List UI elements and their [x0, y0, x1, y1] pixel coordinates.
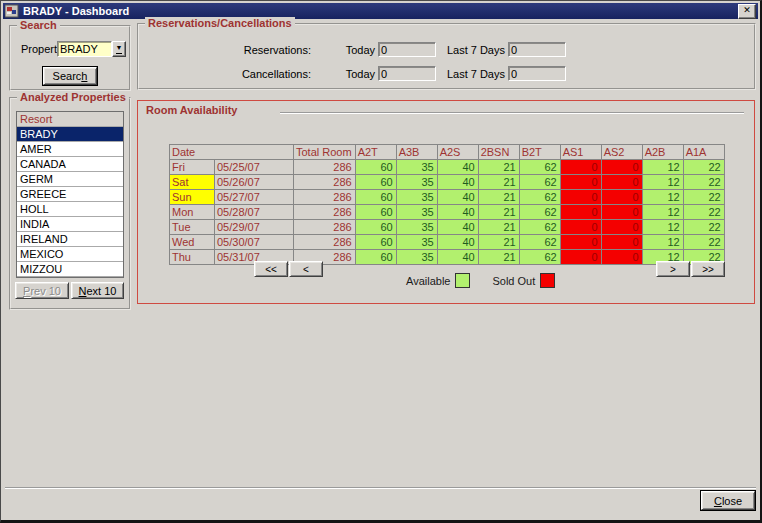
date-cell: 05/30/07: [215, 235, 294, 250]
availability-cell-as2: 0: [601, 220, 642, 235]
soldout-swatch-icon: [540, 273, 555, 288]
column-header-a1a: A1A: [683, 145, 724, 160]
resort-list: Resort BRADYAMERCANADAGERMGREECEHOLLINDI…: [16, 111, 124, 278]
total-room-cell: 286: [294, 175, 356, 190]
list-item-mizzou[interactable]: MIZZOU: [17, 262, 123, 277]
availability-cell-a2t: 60: [355, 250, 396, 265]
availability-cell-a2s: 40: [437, 160, 478, 175]
last-page-icon: >>: [702, 264, 714, 275]
availability-cell-a1a: 22: [683, 235, 724, 250]
availability-cell-as1: 0: [560, 205, 601, 220]
availability-cell-as2: 0: [601, 160, 642, 175]
last7-label: Last 7 Days: [441, 68, 505, 80]
first-page-icon: <<: [265, 264, 277, 275]
availability-cell-a2t: 60: [355, 190, 396, 205]
available-swatch-icon: [455, 273, 470, 288]
availability-cell-a2s: 40: [437, 190, 478, 205]
prev-10-button[interactable]: Prev 10: [15, 282, 69, 299]
availability-cell-a2t: 60: [355, 160, 396, 175]
availability-cell-2bsn: 21: [478, 160, 519, 175]
availability-cell-a1a: 22: [683, 205, 724, 220]
next-page-icon: >: [670, 264, 676, 275]
list-item-holl[interactable]: HOLL: [17, 202, 123, 217]
availability-cell-2bsn: 21: [478, 205, 519, 220]
table-row: Mon05/28/072866035402162001222: [170, 205, 725, 220]
list-item-canada[interactable]: CANADA: [17, 157, 123, 172]
column-header-total-room: Total Room: [294, 145, 356, 160]
page-last-button[interactable]: >>: [691, 261, 725, 277]
column-header-as2: AS2: [601, 145, 642, 160]
availability-legend: Available Sold Out: [406, 273, 555, 288]
availability-cell-b2t: 62: [519, 205, 560, 220]
day-cell: Tue: [170, 220, 215, 235]
reservations-last7-field[interactable]: 0: [508, 42, 566, 57]
cancellations-row-label: Cancellations:: [171, 68, 311, 80]
list-item-ireland[interactable]: IRELAND: [17, 232, 123, 247]
close-x-icon: ✕: [743, 5, 751, 15]
cancellations-last7-field[interactable]: 0: [508, 66, 566, 81]
list-item-amer[interactable]: AMER: [17, 142, 123, 157]
availability-cell-a3b: 35: [396, 160, 437, 175]
search-button[interactable]: Search: [43, 67, 97, 85]
table-row: Tue05/29/072866035402162001222: [170, 220, 725, 235]
total-room-cell: 286: [294, 190, 356, 205]
availability-cell-a2s: 40: [437, 175, 478, 190]
availability-cell-a3b: 35: [396, 220, 437, 235]
availability-cell-as2: 0: [601, 190, 642, 205]
availability-cell-b2t: 62: [519, 220, 560, 235]
resort-list-body: BRADYAMERCANADAGERMGREECEHOLLINDIAIRELAN…: [17, 127, 123, 277]
list-item-mexico[interactable]: MEXICO: [17, 247, 123, 262]
availability-cell-2bsn: 21: [478, 250, 519, 265]
page-next-button[interactable]: >: [656, 261, 690, 277]
analyzed-properties-label: Analyzed Properties: [17, 91, 129, 103]
availability-cell-a3b: 35: [396, 235, 437, 250]
list-item-greece[interactable]: GREECE: [17, 187, 123, 202]
app-icon: [5, 4, 19, 18]
page-prev-button[interactable]: <: [289, 261, 323, 277]
date-cell: 05/26/07: [215, 175, 294, 190]
column-header-a3b: A3B: [396, 145, 437, 160]
day-cell: Fri: [170, 160, 215, 175]
page-first-button[interactable]: <<: [254, 261, 288, 277]
room-availability-panel: Room Availability DateTotal RoomA2TA3BA2…: [137, 100, 755, 304]
close-button[interactable]: Close: [701, 491, 755, 510]
divider: [280, 112, 744, 114]
reservations-today-field[interactable]: 0: [378, 42, 436, 57]
reservations-groupbox: Reservations/Cancellations Reservations:…: [137, 23, 756, 90]
title-bar[interactable]: BRADY - Dashboard ✕: [3, 3, 758, 19]
property-dropdown-button[interactable]: ▼: [112, 41, 126, 57]
date-cell: 05/29/07: [215, 220, 294, 235]
date-cell: 05/25/07: [215, 160, 294, 175]
availability-cell-b2t: 62: [519, 160, 560, 175]
availability-cell-as1: 0: [560, 250, 601, 265]
day-cell: Sat: [170, 175, 215, 190]
column-header-2bsn: 2BSN: [478, 145, 519, 160]
availability-cell-as2: 0: [601, 175, 642, 190]
today-label: Today: [333, 68, 375, 80]
availability-cell-a2t: 60: [355, 220, 396, 235]
property-combobox[interactable]: BRADY: [57, 41, 112, 57]
cancellations-today-field[interactable]: 0: [378, 66, 436, 81]
availability-cell-a2t: 60: [355, 175, 396, 190]
availability-cell-a2b: 12: [642, 220, 683, 235]
column-header-as1: AS1: [560, 145, 601, 160]
legend-soldout-label: Sold Out: [492, 275, 535, 287]
property-value: BRADY: [60, 43, 98, 55]
total-room-cell: 286: [294, 235, 356, 250]
column-header-a2s: A2S: [437, 145, 478, 160]
availability-cell-as1: 0: [560, 235, 601, 250]
availability-cell-a1a: 22: [683, 220, 724, 235]
availability-cell-a2s: 40: [437, 220, 478, 235]
availability-cell-as1: 0: [560, 160, 601, 175]
analyzed-properties-groupbox: Analyzed Properties Resort BRADYAMERCANA…: [9, 97, 131, 310]
list-item-germ[interactable]: GERM: [17, 172, 123, 187]
next-10-button[interactable]: Next 10: [71, 282, 124, 299]
list-item-india[interactable]: INDIA: [17, 217, 123, 232]
table-row: Wed05/30/072866035402162001222: [170, 235, 725, 250]
availability-cell-b2t: 62: [519, 190, 560, 205]
list-item-brady[interactable]: BRADY: [17, 127, 123, 142]
total-room-cell: 286: [294, 220, 356, 235]
availability-cell-b2t: 62: [519, 235, 560, 250]
availability-table-head: DateTotal RoomA2TA3BA2S2BSNB2TAS1AS2A2BA…: [170, 145, 725, 160]
window-close-button[interactable]: ✕: [738, 4, 756, 19]
